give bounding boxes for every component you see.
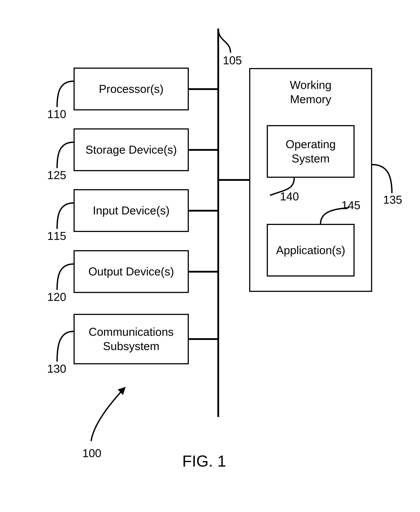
leader-110 [45, 81, 76, 112]
leader-130 [45, 331, 76, 366]
box-comms-label: Communications Subsystem [89, 325, 174, 353]
connector-processor [189, 88, 218, 90]
ref-100: 100 [82, 447, 101, 460]
box-output: Output Device(s) [74, 250, 189, 293]
ref-145: 145 [341, 199, 360, 212]
box-comms: Communications Subsystem [74, 314, 189, 364]
ref-140: 140 [280, 190, 299, 203]
connector-working-memory [218, 179, 249, 181]
figure-label: FIG. 1 [182, 452, 226, 470]
figure-canvas: Processor(s) Storage Device(s) Input Dev… [0, 0, 420, 512]
box-storage-label: Storage Device(s) [85, 143, 177, 157]
leader-100-arrow [81, 382, 136, 443]
box-os: Operating System [267, 125, 355, 178]
ref-110: 110 [47, 108, 66, 121]
connector-storage [189, 149, 218, 151]
box-input-label: Input Device(s) [93, 203, 170, 218]
leader-125 [45, 142, 76, 173]
bus-line [217, 29, 219, 417]
leader-135 [371, 165, 404, 198]
box-apps-label: Application(s) [276, 243, 345, 257]
box-os-label: Operating System [286, 137, 336, 166]
ref-115: 115 [47, 229, 66, 243]
ref-105: 105 [223, 54, 242, 67]
ref-125: 125 [47, 169, 66, 182]
box-processor: Processor(s) [74, 67, 189, 110]
box-apps: Application(s) [267, 224, 355, 276]
box-output-label: Output Device(s) [88, 264, 174, 279]
box-processor-label: Processor(s) [99, 82, 164, 96]
ref-135: 135 [383, 193, 402, 206]
box-input: Input Device(s) [74, 189, 189, 232]
ref-120: 120 [47, 290, 66, 304]
leader-120 [45, 264, 76, 295]
box-working-memory-label: Working Memory [290, 78, 331, 106]
ref-130: 130 [47, 362, 66, 375]
leader-105 [198, 29, 241, 57]
leader-115 [45, 203, 76, 234]
connector-output [189, 271, 218, 273]
connector-comms [189, 338, 218, 340]
connector-input [189, 210, 218, 212]
box-storage: Storage Device(s) [74, 128, 189, 171]
